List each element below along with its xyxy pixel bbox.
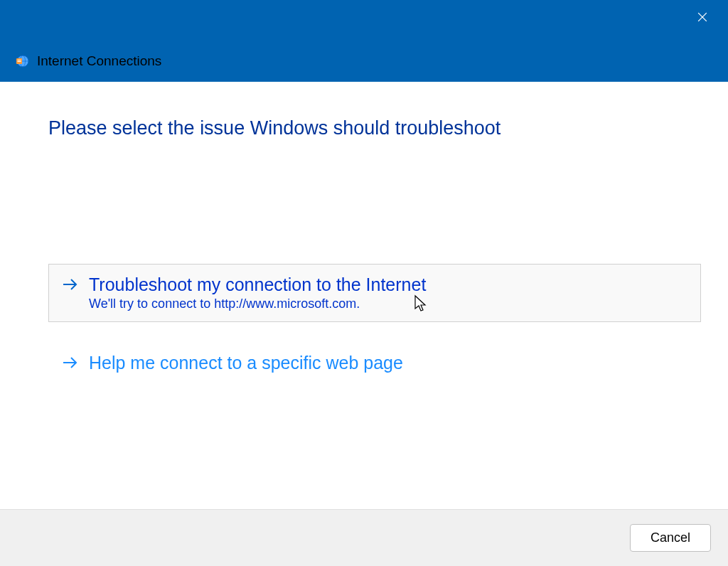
option-title: Troubleshoot my connection to the Intern… bbox=[89, 274, 426, 295]
option-subtitle: We'll try to connect to http://www.micro… bbox=[89, 297, 426, 311]
option-text: Troubleshoot my connection to the Intern… bbox=[89, 274, 426, 311]
option-specific-webpage[interactable]: Help me connect to a specific web page bbox=[48, 342, 701, 384]
cancel-button[interactable]: Cancel bbox=[630, 524, 711, 552]
title-section: Internet Connections bbox=[16, 53, 161, 69]
arrow-right-icon bbox=[62, 356, 79, 373]
close-icon bbox=[695, 10, 710, 27]
titlebar: Internet Connections bbox=[0, 0, 728, 82]
option-text: Help me connect to a specific web page bbox=[89, 353, 403, 373]
page-heading: Please select the issue Windows should t… bbox=[48, 117, 701, 139]
svg-rect-7 bbox=[18, 61, 21, 62]
app-icon bbox=[16, 54, 30, 68]
close-button[interactable] bbox=[692, 9, 712, 28]
option-list: Troubleshoot my connection to the Intern… bbox=[48, 264, 701, 384]
arrow-right-icon bbox=[62, 277, 79, 294]
option-troubleshoot-internet[interactable]: Troubleshoot my connection to the Intern… bbox=[48, 264, 701, 322]
footer: Cancel bbox=[0, 509, 728, 566]
content-area: Please select the issue Windows should t… bbox=[0, 82, 728, 509]
option-title: Help me connect to a specific web page bbox=[89, 353, 403, 373]
window-title: Internet Connections bbox=[37, 53, 161, 69]
svg-rect-6 bbox=[18, 60, 21, 60]
